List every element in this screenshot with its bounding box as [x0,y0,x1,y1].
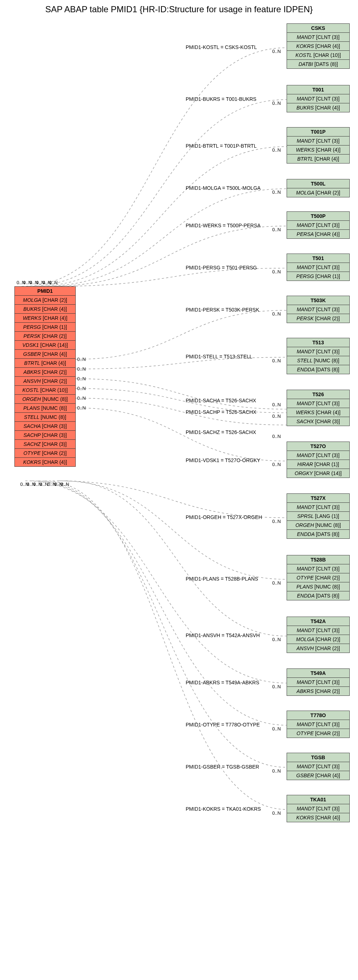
entity-field: MANDT [CLNT (3)] [287,137,349,145]
cardinality-label: 0..N [272,810,281,816]
edge-label: PMID1-KOSTL = CSKS-KOSTL [186,44,257,50]
entity-field: PERSK [CHAR (2)] [287,314,349,323]
entity-field: OTYPE [CHAR (2)] [287,573,349,582]
entity-field: BUKRS [CHAR (4)] [287,103,349,112]
edge-label: PMID1-VDSK1 = T527O-ORGKY [186,457,260,463]
edge-label: PMID1-OTYPE = T778O-OTYPE [186,722,260,727]
entity-field: ANSVH [CHAR (2)] [287,644,349,652]
cardinality-label: 0..N [272,414,281,419]
entity-field: OTYPE [CHAR (2)] [287,729,349,738]
edge-label: PMID1-SACHZ = T526-SACHX [186,429,256,435]
cardinality-label: 0..N [272,147,281,153]
entity-header: T500L [287,179,349,188]
cardinality-label: 0..N [77,405,86,410]
cardinality-label: 0..N [272,768,281,774]
entity-header: T001P [287,127,349,137]
entity-field: ANSVH [CHAR (2)] [15,377,75,386]
entity-related: T001MANDT [CLNT (3)]BUKRS [CHAR (4)] [287,85,350,112]
cardinality-label: 0..N [77,395,86,401]
cardinality-label: 0..N [77,366,86,372]
edge-label: PMID1-BUKRS = T001-BUKRS [186,96,256,102]
entity-header: T527X [287,494,349,503]
entity-field: ENDDA [DATS (8)] [287,591,349,600]
cardinality-label: 0..N [272,100,281,106]
entity-field: MANDT [CLNT (3)] [287,564,349,573]
entity-header: TGSB [287,753,349,762]
entity-header: T503K [287,296,349,305]
entity-field: PERSK [CHAR (2)] [15,332,75,341]
cardinality-label: 0..N [272,637,281,642]
entity-field: MANDT [CLNT (3)] [287,305,349,314]
entity-header: T513 [287,338,349,347]
entity-header: T501 [287,254,349,263]
entity-field: WERKS [CHAR (4)] [287,145,349,154]
entity-related: T503KMANDT [CLNT (3)]PERSK [CHAR (2)] [287,296,350,323]
cardinality-label: 0..N [77,376,86,382]
cardinality-label: 0..N [272,311,281,317]
entity-field: KOKRS [CHAR (4)] [15,458,75,466]
entity-related: T513MANDT [CLNT (3)]STELL [NUMC (8)]ENDD… [287,338,350,374]
entity-related: T526MANDT [CLNT (3)]WERKS [CHAR (4)]SACH… [287,390,350,426]
entity-field: MANDT [CLNT (3)] [287,94,349,103]
entity-header: T549A [287,669,349,678]
entity-field: MANDT [CLNT (3)] [287,503,349,512]
entity-field: STELL [NUMC (8)] [15,413,75,422]
entity-field: OTYPE [CHAR (2)] [15,449,75,458]
entity-field: KOSTL [CHAR (10)] [287,51,349,60]
entity-field: WERKS [CHAR (4)] [287,408,349,417]
cardinality-label: 0..N [77,356,86,362]
entity-field: MANDT [CLNT (3)] [287,626,349,635]
entity-field: ABKRS [CHAR (2)] [287,687,349,695]
edge-label: PMID1-WERKS = T500P-PERSA [186,223,261,228]
edge-label: PMID1-PERSG = T501-PERSG [186,265,257,270]
cardinality-label: 0..N [272,462,281,467]
cardinality-label: 0..N [40,482,48,487]
entity-header: T527O [287,442,349,451]
entity-related: T001PMANDT [CLNT (3)]WERKS [CHAR (4)]BTR… [287,127,350,164]
cardinality-label: 0..N [49,280,58,285]
edge-label: PMID1-GSBER = TGSB-GSBER [186,764,259,770]
entity-related: CSKSMANDT [CLNT (3)]KOKRS [CHAR (4)]KOST… [287,24,350,69]
cardinality-label: 0..N [272,269,281,274]
entity-field: HIRAR [CHAR (1)] [287,460,349,469]
entity-field: WERKS [CHAR (4)] [15,314,75,323]
entity-field: ORGEH [NUMC (8)] [15,395,75,404]
entity-field: MOLGA [CHAR (2)] [287,188,349,197]
entity-field: STELL [NUMC (8)] [287,356,349,365]
entity-field: KOKRS [CHAR (4)] [287,42,349,51]
entity-field: KOSTL [CHAR (10)] [15,386,75,395]
cardinality-label: 0..N [272,189,281,195]
entity-header: T528B [287,555,349,564]
edge-label: PMID1-KOKRS = TKA01-KOKRS [186,806,261,812]
edge-label: PMID1-SACHP = T526-SACHX [186,409,256,415]
entity-header: T500P [287,212,349,221]
entity-field: ORGKY [CHAR (14)] [287,469,349,477]
cardinality-label: 0..N [272,358,281,363]
cardinality-label: 0..N [272,402,281,407]
entity-field: BTRTL [CHAR (4)] [15,359,75,368]
entity-related: T501MANDT [CLNT (3)]PERSG [CHAR (1)] [287,253,350,281]
entity-field: ABKRS [CHAR (2)] [15,368,75,377]
entity-field: SPRSL [LANG (1)] [287,512,349,521]
entity-field: PLANS [NUMC (8)] [287,582,349,591]
edge-label: PMID1-ORGEH = T527X-ORGEH [186,514,262,520]
entity-field: GSBER [CHAR (4)] [15,350,75,359]
entity-field: SACHZ [CHAR (3)] [15,440,75,449]
entity-main: PMID1MOLGA [CHAR (2)]BUKRS [CHAR (4)]WER… [14,286,76,467]
entity-related: T778OMANDT [CLNT (3)]OTYPE [CHAR (2)] [287,711,350,738]
entity-field: GSBER [CHAR (4)] [287,771,349,780]
entity-field: BTRTL [CHAR (4)] [287,154,349,163]
entity-related: T549AMANDT [CLNT (3)]ABKRS [CHAR (2)] [287,668,350,696]
edge-label: PMID1-PERSK = T503K-PERSK [186,307,259,313]
edge-label: PMID1-MOLGA = T500L-MOLGA [186,185,261,191]
cardinality-label: 0..N [272,726,281,732]
edge-label: PMID1-SACHA = T526-SACHX [186,398,256,403]
entity-field: PERSA [CHAR (4)] [287,230,349,239]
entity-field: MANDT [CLNT (3)] [287,263,349,272]
cardinality-label: 0..N [272,434,281,439]
entity-field: DATBI [DATS (8)] [287,60,349,68]
cardinality-label: 0..N [272,49,281,54]
entity-related: TKA01MANDT [CLNT (3)]KOKRS [CHAR (4)] [287,795,350,822]
edge-label: PMID1-PLANS = T528B-PLANS [186,576,258,582]
entity-header: CSKS [287,24,349,33]
